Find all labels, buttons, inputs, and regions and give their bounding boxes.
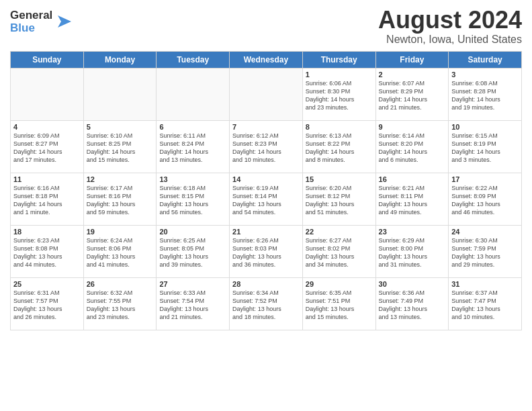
day-number: 9 [379,123,446,131]
calendar-cell: 10Sunrise: 6:15 AM Sunset: 8:19 PM Dayli… [449,120,522,173]
day-number: 14 [232,175,300,183]
calendar-cell: 17Sunrise: 6:22 AM Sunset: 8:09 PM Dayli… [449,173,522,225]
day-number: 23 [379,228,446,236]
day-number: 6 [159,123,226,131]
calendar-cell [230,68,303,120]
calendar-cell: 23Sunrise: 6:29 AM Sunset: 8:00 PM Dayli… [375,225,449,277]
calendar-cell: 21Sunrise: 6:26 AM Sunset: 8:03 PM Dayli… [230,225,303,277]
logo-icon [54,12,75,32]
day-number: 16 [379,175,446,183]
calendar-week-row: 18Sunrise: 6:23 AM Sunset: 8:08 PM Dayli… [11,225,522,277]
calendar-cell: 2Sunrise: 6:07 AM Sunset: 8:29 PM Daylig… [375,68,449,120]
day-number: 1 [306,71,373,79]
calendar-cell: 20Sunrise: 6:25 AM Sunset: 8:05 PM Dayli… [157,225,230,277]
calendar-cell: 19Sunrise: 6:24 AM Sunset: 8:06 PM Dayli… [83,225,157,277]
calendar-cell: 25Sunrise: 6:31 AM Sunset: 7:57 PM Dayli… [11,277,84,330]
day-info: Sunrise: 6:19 AM Sunset: 8:14 PM Dayligh… [232,184,300,217]
calendar-week-row: 25Sunrise: 6:31 AM Sunset: 7:57 PM Dayli… [11,277,522,330]
day-info: Sunrise: 6:08 AM Sunset: 8:28 PM Dayligh… [451,79,519,112]
day-number: 29 [306,280,373,288]
calendar-cell: 24Sunrise: 6:30 AM Sunset: 7:59 PM Dayli… [449,225,522,277]
main-title: August 2024 [378,7,522,34]
calendar-week-row: 4Sunrise: 6:09 AM Sunset: 8:27 PM Daylig… [11,120,522,173]
calendar-cell: 14Sunrise: 6:19 AM Sunset: 8:14 PM Dayli… [230,173,303,225]
logo: General Blue [10,9,75,34]
weekday-header: Monday [83,51,157,68]
day-info: Sunrise: 6:20 AM Sunset: 8:12 PM Dayligh… [306,184,373,217]
calendar-cell: 15Sunrise: 6:20 AM Sunset: 8:12 PM Dayli… [302,173,375,225]
day-info: Sunrise: 6:31 AM Sunset: 7:57 PM Dayligh… [13,289,81,322]
day-info: Sunrise: 6:27 AM Sunset: 8:02 PM Dayligh… [306,236,373,269]
calendar-cell: 12Sunrise: 6:17 AM Sunset: 8:16 PM Dayli… [83,173,157,225]
day-info: Sunrise: 6:13 AM Sunset: 8:22 PM Dayligh… [306,132,373,165]
calendar-cell: 13Sunrise: 6:18 AM Sunset: 8:15 PM Dayli… [157,173,230,225]
day-number: 4 [13,123,81,131]
calendar-cell [83,68,157,120]
calendar-cell: 6Sunrise: 6:11 AM Sunset: 8:24 PM Daylig… [157,120,230,173]
day-info: Sunrise: 6:14 AM Sunset: 8:20 PM Dayligh… [379,132,446,165]
day-info: Sunrise: 6:33 AM Sunset: 7:54 PM Dayligh… [159,289,226,322]
page-container: General Blue August 2024 Newton, Iowa, U… [0,0,532,337]
day-number: 28 [232,280,300,288]
day-info: Sunrise: 6:29 AM Sunset: 8:00 PM Dayligh… [379,236,446,269]
weekday-header: Sunday [11,51,84,68]
day-number: 21 [232,228,300,236]
day-info: Sunrise: 6:30 AM Sunset: 7:59 PM Dayligh… [451,236,519,269]
day-number: 24 [451,228,519,236]
day-number: 5 [87,123,154,131]
day-info: Sunrise: 6:37 AM Sunset: 7:47 PM Dayligh… [451,289,519,322]
day-info: Sunrise: 6:12 AM Sunset: 8:23 PM Dayligh… [232,132,300,165]
day-number: 25 [13,280,81,288]
day-number: 7 [232,123,300,131]
calendar-cell: 11Sunrise: 6:16 AM Sunset: 8:18 PM Dayli… [11,173,84,225]
day-number: 2 [379,71,446,79]
weekday-header: Thursday [302,51,375,68]
calendar-cell: 28Sunrise: 6:34 AM Sunset: 7:52 PM Dayli… [230,277,303,330]
day-info: Sunrise: 6:15 AM Sunset: 8:19 PM Dayligh… [451,132,519,165]
day-info: Sunrise: 6:09 AM Sunset: 8:27 PM Dayligh… [13,132,81,165]
calendar-cell: 29Sunrise: 6:35 AM Sunset: 7:51 PM Dayli… [302,277,375,330]
day-number: 22 [306,228,373,236]
day-info: Sunrise: 6:17 AM Sunset: 8:16 PM Dayligh… [87,184,154,217]
weekday-header-row: SundayMondayTuesdayWednesdayThursdayFrid… [11,51,522,68]
calendar-cell: 4Sunrise: 6:09 AM Sunset: 8:27 PM Daylig… [11,120,84,173]
day-number: 13 [159,175,226,183]
calendar-cell: 18Sunrise: 6:23 AM Sunset: 8:08 PM Dayli… [11,225,84,277]
day-info: Sunrise: 6:34 AM Sunset: 7:52 PM Dayligh… [232,289,300,322]
day-info: Sunrise: 6:26 AM Sunset: 8:03 PM Dayligh… [232,236,300,269]
calendar-cell [157,68,230,120]
day-info: Sunrise: 6:18 AM Sunset: 8:15 PM Dayligh… [159,184,226,217]
day-number: 15 [306,175,373,183]
weekday-header: Friday [375,51,449,68]
day-number: 26 [87,280,154,288]
calendar-cell: 27Sunrise: 6:33 AM Sunset: 7:54 PM Dayli… [157,277,230,330]
calendar-cell: 16Sunrise: 6:21 AM Sunset: 8:11 PM Dayli… [375,173,449,225]
day-info: Sunrise: 6:32 AM Sunset: 7:55 PM Dayligh… [87,289,154,322]
calendar-cell: 7Sunrise: 6:12 AM Sunset: 8:23 PM Daylig… [230,120,303,173]
weekday-header: Saturday [449,51,522,68]
calendar-cell: 1Sunrise: 6:06 AM Sunset: 8:30 PM Daylig… [302,68,375,120]
calendar-week-row: 1Sunrise: 6:06 AM Sunset: 8:30 PM Daylig… [11,68,522,120]
day-number: 12 [87,175,154,183]
day-number: 19 [87,228,154,236]
calendar-cell: 26Sunrise: 6:32 AM Sunset: 7:55 PM Dayli… [83,277,157,330]
day-number: 8 [306,123,373,131]
day-number: 10 [451,123,519,131]
calendar-cell: 8Sunrise: 6:13 AM Sunset: 8:22 PM Daylig… [302,120,375,173]
day-number: 18 [13,228,81,236]
day-number: 20 [159,228,226,236]
day-info: Sunrise: 6:35 AM Sunset: 7:51 PM Dayligh… [306,289,373,322]
calendar-week-row: 11Sunrise: 6:16 AM Sunset: 8:18 PM Dayli… [11,173,522,225]
subtitle: Newton, Iowa, United States [378,34,522,46]
weekday-header: Wednesday [230,51,303,68]
day-info: Sunrise: 6:22 AM Sunset: 8:09 PM Dayligh… [451,184,519,217]
day-info: Sunrise: 6:10 AM Sunset: 8:25 PM Dayligh… [87,132,154,165]
calendar-cell: 22Sunrise: 6:27 AM Sunset: 8:02 PM Dayli… [302,225,375,277]
day-info: Sunrise: 6:23 AM Sunset: 8:08 PM Dayligh… [13,236,81,269]
logo-text: General Blue [10,9,75,34]
day-number: 17 [451,175,519,183]
day-number: 30 [379,280,446,288]
calendar-cell [11,68,84,120]
day-info: Sunrise: 6:21 AM Sunset: 8:11 PM Dayligh… [379,184,446,217]
day-info: Sunrise: 6:25 AM Sunset: 8:05 PM Dayligh… [159,236,226,269]
